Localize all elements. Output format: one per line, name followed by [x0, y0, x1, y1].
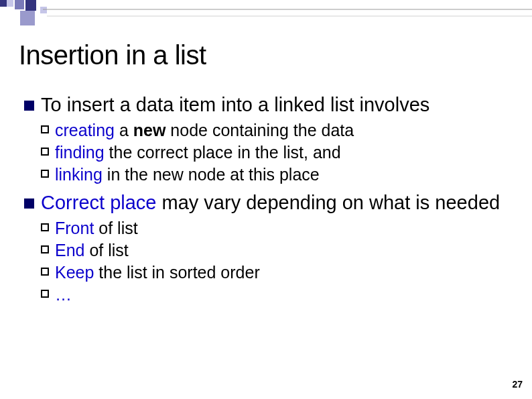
bullet-level1: To insert a data item into a linked list… — [24, 93, 520, 117]
hollow-square-bullet-icon — [41, 170, 49, 178]
bullet-level2: Front of list — [41, 218, 520, 239]
bullet-text: … — [55, 284, 72, 305]
bullet-level2: End of list — [41, 240, 520, 261]
svg-rect-5 — [40, 7, 47, 13]
svg-rect-2 — [15, 0, 24, 9]
page-number: 27 — [512, 379, 523, 390]
square-bullet-icon — [24, 101, 34, 111]
bullet-text: Front of list — [55, 218, 138, 239]
svg-rect-4 — [20, 11, 35, 25]
bullet-level2: finding the correct place in the list, a… — [41, 142, 520, 163]
slide-title: Insertion in a list — [19, 40, 206, 70]
svg-rect-3 — [25, 0, 36, 11]
bullet-level1: Correct place may vary depending on what… — [24, 191, 520, 215]
hollow-square-bullet-icon — [41, 268, 49, 276]
svg-rect-0 — [0, 0, 7, 7]
sub-bullet-group: creating a new node containing the data … — [41, 120, 520, 186]
square-bullet-icon — [24, 198, 34, 209]
bullet-text: End of list — [55, 240, 129, 261]
bullet-text: Keep the list in sorted order — [55, 262, 260, 283]
bullet-text: finding the correct place in the list, a… — [55, 142, 341, 163]
bullet-level2: creating a new node containing the data — [41, 120, 520, 141]
bullet-text: To insert a data item into a linked list… — [41, 93, 429, 117]
bullet-text: creating a new node containing the data — [55, 120, 354, 141]
hollow-square-bullet-icon — [41, 223, 49, 231]
bullet-level2: … — [41, 284, 520, 305]
hollow-square-bullet-icon — [41, 245, 49, 253]
slide-body: To insert a data item into a linked list… — [24, 91, 520, 311]
sub-bullet-group: Front of list End of list Keep the list … — [41, 218, 520, 306]
bullet-level2: linking in the new node at this place — [41, 164, 520, 185]
bullet-text: linking in the new node at this place — [55, 164, 320, 185]
bullet-text: Correct place may vary depending on what… — [41, 191, 500, 215]
slide: Insertion in a list To insert a data ite… — [0, 0, 532, 399]
hollow-square-bullet-icon — [41, 125, 49, 133]
hollow-square-bullet-icon — [41, 290, 49, 298]
header-decoration — [0, 0, 532, 27]
bullet-level2: Keep the list in sorted order — [41, 262, 520, 283]
hollow-square-bullet-icon — [41, 148, 49, 156]
svg-rect-1 — [7, 0, 13, 7]
